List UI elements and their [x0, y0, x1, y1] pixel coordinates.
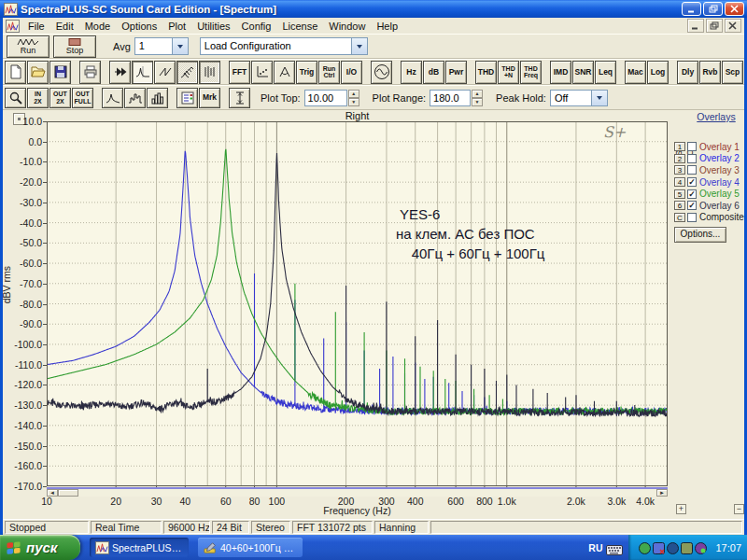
waterfall-view-button[interactable] [176, 61, 198, 84]
trigger-button[interactable]: Trig [296, 61, 317, 84]
step-curve-button[interactable] [124, 88, 146, 108]
keyboard-icon[interactable] [606, 542, 623, 553]
overlays-header-link[interactable]: Overlays [687, 111, 745, 122]
start-button[interactable]: пуск [0, 535, 80, 560]
overlay-checkbox-2[interactable] [687, 154, 697, 163]
menu-item-edit[interactable]: Edit [50, 20, 79, 33]
zoom-out-plot-button[interactable]: − [734, 504, 744, 514]
overlay-checkbox-4[interactable]: ✓ [687, 177, 697, 187]
minimize-button[interactable] [682, 2, 701, 16]
cursor-button[interactable] [229, 88, 250, 108]
io-button[interactable]: I/O [341, 61, 362, 84]
fft-settings-button[interactable]: FFT [229, 61, 250, 84]
markers-button[interactable]: Mrk [199, 88, 220, 108]
signal-generator-button[interactable] [371, 61, 392, 84]
fast-forward-button[interactable] [109, 61, 131, 84]
menu-item-options[interactable]: Options [116, 20, 162, 33]
overlay-checkbox-5[interactable]: ✓ [687, 189, 697, 199]
spectrogram-view-button[interactable] [199, 61, 220, 84]
overlay-set-button-6[interactable]: 6 [674, 201, 685, 210]
time-series-view-button[interactable] [154, 61, 176, 84]
tray-icon-1[interactable] [639, 541, 651, 553]
tray-icon-4[interactable] [681, 541, 693, 553]
thd-freq-button[interactable]: THDFreq [520, 61, 542, 84]
overlay-checkbox-3[interactable] [687, 165, 697, 175]
menu-item-license[interactable]: License [276, 20, 323, 33]
overlay-set-button-5[interactable]: 5 [674, 189, 685, 199]
spin-down-icon[interactable]: ▼ [348, 98, 359, 106]
spin-up-icon[interactable]: ▲ [472, 90, 483, 98]
close-button[interactable] [725, 2, 744, 16]
plot-horizontal-scrollbar[interactable]: ◄ ► [47, 487, 668, 497]
open-file-button[interactable] [27, 61, 49, 84]
run-button[interactable]: Run [7, 35, 49, 58]
avg-combobox[interactable]: 1 [134, 37, 189, 55]
scrollbar-thumb[interactable] [58, 489, 78, 497]
scroll-left-button[interactable]: ◄ [47, 489, 58, 497]
menu-item-file[interactable]: File [22, 20, 50, 33]
zoom-button[interactable] [5, 88, 26, 108]
language-indicator[interactable]: RU [588, 542, 602, 553]
scaling-button[interactable] [251, 61, 273, 84]
overlay-set-button-c[interactable]: C [674, 213, 685, 222]
histogram-button[interactable] [147, 88, 168, 108]
load-configuration-combobox[interactable]: Load Configuration [200, 37, 368, 55]
stop-button[interactable]: Stop [53, 35, 96, 58]
spectrum-view-button[interactable] [132, 61, 153, 84]
power-button[interactable]: Pwr [445, 61, 467, 84]
overlay-set-button-4[interactable]: 4 [674, 177, 685, 187]
plot-range-input[interactable] [430, 90, 471, 106]
overlays-options-button[interactable]: Options... [674, 227, 726, 243]
save-button[interactable] [49, 61, 71, 84]
scrollbar-track[interactable] [78, 489, 656, 497]
reverb-button[interactable]: Rvb [699, 61, 721, 84]
snr-button[interactable]: SNR [572, 61, 594, 84]
zoom-out-2x-button[interactable]: OUT2X [49, 88, 71, 108]
plot-top-spinner[interactable]: ▲▼ [348, 90, 359, 106]
peak-hold-combobox[interactable]: Off [550, 90, 608, 106]
menu-item-utilities[interactable]: Utilities [191, 20, 235, 33]
thd-n-button[interactable]: THD+N [498, 61, 519, 84]
mdi-close-button[interactable] [725, 19, 741, 33]
spin-down-icon[interactable]: ▼ [472, 98, 483, 106]
overlay-checkbox-c[interactable] [687, 213, 697, 222]
overlay-checkbox-6[interactable]: ✓ [687, 201, 697, 210]
taskbar-task[interactable]: 40+60+100Гц с ПОС... [198, 538, 303, 557]
peak-hold-dropdown-button[interactable] [591, 91, 607, 105]
macro-button[interactable]: Mac [625, 61, 646, 84]
menu-item-window[interactable]: Window [323, 20, 371, 33]
zoom-out-full-button[interactable]: OUTFULL [72, 88, 93, 108]
print-button[interactable] [79, 61, 101, 84]
menu-item-help[interactable]: Help [371, 20, 403, 33]
display-options-button[interactable] [176, 88, 198, 108]
tray-icon-5[interactable] [695, 541, 707, 553]
new-document-button[interactable] [5, 61, 26, 84]
imd-button[interactable]: IMD [550, 61, 571, 84]
taskbar-task[interactable]: SpectraPLUS-SC Sou... [90, 538, 189, 557]
run-control-button[interactable]: RunCtrl [318, 61, 340, 84]
leq-button[interactable]: Leq [595, 61, 616, 84]
mdi-restore-button[interactable] [706, 19, 723, 33]
plot-canvas[interactable] [47, 121, 668, 491]
zoom-in-plot-button[interactable]: + [676, 504, 686, 514]
overlay-set-button-3[interactable]: 3 [674, 165, 685, 175]
plot-range-spinner[interactable]: ▲▼ [472, 90, 483, 106]
restore-button[interactable] [703, 2, 723, 16]
delay-button[interactable]: Dly [677, 61, 698, 84]
log-button[interactable]: Log [647, 61, 669, 84]
scroll-right-button[interactable]: ► [656, 489, 668, 497]
calibration-button[interactable] [274, 61, 295, 84]
taskbar-clock[interactable]: 17:07 [715, 542, 741, 553]
menu-item-plot[interactable]: Plot [162, 20, 191, 33]
spin-up-icon[interactable]: ▲ [348, 90, 359, 98]
tray-icon-2[interactable] [653, 541, 665, 553]
thd-button[interactable]: THD [475, 61, 497, 84]
mdi-minimize-button[interactable] [687, 19, 704, 33]
avg-dropdown-button[interactable] [172, 38, 188, 54]
peak-curve-button[interactable] [102, 88, 123, 108]
config-dropdown-button[interactable] [351, 38, 367, 54]
menu-item-config[interactable]: Config [236, 20, 277, 33]
menu-item-mode[interactable]: Mode [79, 20, 117, 33]
overlay-checkbox-1[interactable] [687, 142, 697, 151]
zoom-in-2x-button[interactable]: IN2X [27, 88, 49, 108]
